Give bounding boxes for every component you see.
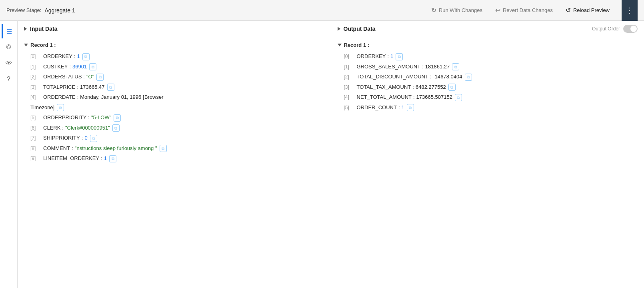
sidebar: ☰ © 👁 ? (0, 21, 18, 288)
revert-data-changes-button[interactable]: ↩ Revert Data Changes (490, 4, 558, 16)
sidebar-item-preview[interactable]: 👁 (2, 56, 16, 70)
output-record-collapse-icon[interactable] (338, 44, 342, 46)
copy-icon[interactable]: ⧉ (452, 63, 459, 70)
input-data-panel: Record 1 : [0] ORDERKEY : 1 ⧉ [1] CUSTKE… (18, 37, 331, 288)
copy-icon[interactable]: ⧉ (107, 84, 114, 91)
input-record-collapse-icon[interactable] (24, 44, 28, 46)
help-icon: ? (7, 76, 10, 83)
output-record-header: Record 1 : (338, 42, 638, 48)
copy-icon[interactable]: ⧉ (96, 74, 104, 81)
copyright-icon: © (6, 44, 11, 51)
table-row: [2] ORDERSTATUS : "O" ⧉ (24, 72, 324, 82)
table-row: [4] NET_TOTAL_AMOUNT : 173665.507152 ⧉ (338, 92, 638, 102)
list-icon: ☰ (6, 28, 12, 35)
table-row: [9] LINEITEM_ORDERKEY : 1 ⧉ (24, 153, 324, 164)
input-data-title: Input Data (30, 26, 57, 32)
reload-icon: ↺ (566, 6, 571, 14)
output-order-toggle[interactable] (623, 25, 638, 33)
table-row: [5] ORDER_COUNT : 1 ⧉ (338, 102, 638, 113)
menu-icon: ⋮ (626, 6, 633, 15)
data-panels: Record 1 : [0] ORDERKEY : 1 ⧉ [1] CUSTKE… (18, 37, 644, 288)
copy-icon[interactable]: ⧉ (114, 114, 121, 122)
copy-icon[interactable]: ⧉ (407, 104, 414, 111)
sections-row: Input Data Output Data Output Order (18, 21, 644, 37)
table-row: [6] CLERK : "Clerk#000000951" ⧉ (24, 123, 324, 133)
copy-icon[interactable]: ⧉ (57, 104, 64, 111)
copy-icon[interactable]: ⧉ (455, 94, 462, 101)
input-record-header: Record 1 : (24, 42, 324, 48)
table-row: [3] TOTALPRICE : 173665.47 ⧉ (24, 82, 324, 92)
output-order-label: Output Order (592, 26, 620, 32)
copy-icon[interactable]: ⧉ (160, 145, 167, 152)
eye-icon: 👁 (6, 60, 12, 67)
copy-icon[interactable]: ⧉ (109, 155, 116, 162)
copy-icon[interactable]: ⧉ (465, 74, 472, 81)
content: Input Data Output Data Output Order Reco… (18, 21, 644, 288)
copy-icon[interactable]: ⧉ (89, 63, 96, 70)
menu-button[interactable]: ⋮ (622, 0, 638, 21)
main-layout: ☰ © 👁 ? Input Data Output Data Output Or… (0, 21, 644, 288)
table-row: [1] CUSTKEY : 36901 ⧉ (24, 62, 324, 72)
revert-icon: ↩ (495, 6, 500, 14)
sidebar-item-help[interactable]: ? (2, 72, 16, 86)
copy-icon[interactable]: ⧉ (396, 53, 403, 60)
output-data-title: Output Data (344, 26, 376, 32)
table-row: [3] TOTAL_TAX_AMOUNT : 6482.277552 ⧉ (338, 82, 638, 92)
reload-preview-button[interactable]: ↺ Reload Preview (560, 4, 615, 16)
table-row: [2] TOTAL_DISCOUNT_AMOUNT : -14678.0404 … (338, 72, 638, 82)
output-record-label: Record 1 : (344, 42, 370, 48)
table-row: [8] COMMENT : "nstructions sleep furious… (24, 143, 324, 154)
sidebar-item-list[interactable]: ☰ (2, 24, 16, 38)
preview-stage-label: Preview Stage: (6, 7, 41, 13)
stage-name: Aggregate 1 (44, 7, 75, 14)
table-row: [7] SHIPPRIORITY : 0 ⧉ (24, 133, 324, 143)
table-row: [0] ORDERKEY : 1 ⧉ (24, 51, 324, 62)
output-collapse-icon[interactable] (338, 27, 340, 31)
copy-icon[interactable]: ⧉ (448, 84, 456, 91)
sidebar-item-copyright[interactable]: © (2, 40, 16, 54)
table-row: [0] ORDERKEY : 1 ⧉ (338, 51, 638, 62)
table-row: Timezone] ⧉ (24, 102, 324, 113)
input-collapse-icon[interactable] (24, 27, 27, 31)
run-icon: ↻ (431, 6, 436, 14)
input-data-header: Input Data (18, 21, 331, 37)
copy-icon[interactable]: ⧉ (90, 135, 97, 142)
run-with-changes-button[interactable]: ↻ Run With Changes (426, 4, 488, 16)
top-bar-actions: ↻ Run With Changes ↩ Revert Data Changes… (426, 4, 615, 16)
copy-icon[interactable]: ⧉ (82, 53, 90, 60)
table-row: [1] GROSS_SALES_AMOUNT : 181861.27 ⧉ (338, 62, 638, 72)
table-row: [5] ORDERPRIORITY : "5-LOW" ⧉ (24, 112, 324, 123)
input-record-label: Record 1 : (30, 42, 56, 48)
copy-icon[interactable]: ⧉ (112, 124, 120, 132)
top-bar: Preview Stage: Aggregate 1 ↻ Run With Ch… (0, 0, 644, 21)
output-data-panel: Record 1 : [0] ORDERKEY : 1 ⧉ [1] GROSS_… (331, 37, 644, 288)
output-data-header: Output Data Output Order (331, 21, 644, 37)
table-row: [4] ORDERDATE : Monday, January 01, 1996… (24, 92, 324, 102)
